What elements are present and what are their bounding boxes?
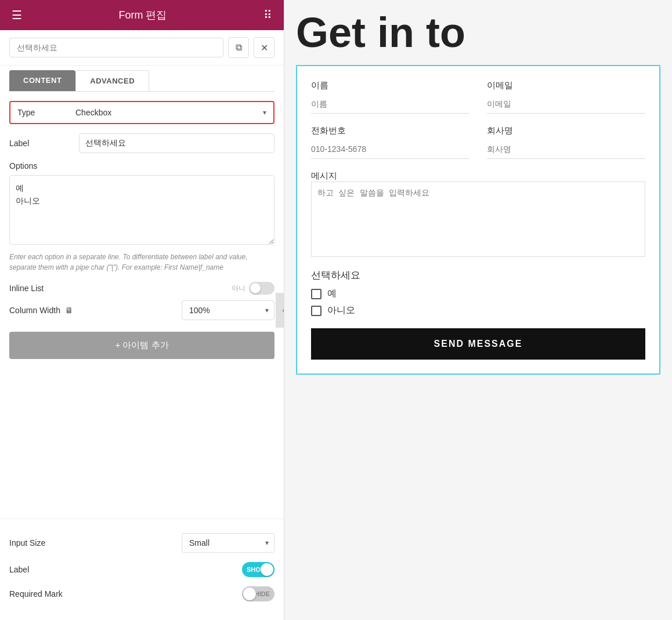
form-grid: 이름 이메일 전화번호 회사명 xyxy=(311,80,645,159)
big-heading: Get in to xyxy=(296,12,660,53)
checkbox-box-1[interactable] xyxy=(311,306,321,316)
type-row: Type Checkbox Text Select Radio ▾ xyxy=(9,101,274,124)
checkbox-section: 선택하세요 예 아니오 xyxy=(311,269,645,317)
bottom-section: Input Size Small Medium Large Label SHOW… xyxy=(0,524,284,620)
required-mark-toggle[interactable]: HIDE xyxy=(242,586,274,601)
field-input-email[interactable] xyxy=(487,95,645,114)
checkbox-label-1: 아니오 xyxy=(327,304,355,317)
input-size-select[interactable]: Small Medium Large xyxy=(182,533,274,553)
field-title-message: 메시지 xyxy=(311,171,645,182)
options-hint: Enter each option in a separate line. To… xyxy=(9,252,274,273)
input-size-label: Input Size xyxy=(9,538,182,548)
column-width-select[interactable]: 100% 50% 33% 25% xyxy=(182,300,274,320)
inline-list-label: Inline List xyxy=(9,284,232,293)
header-title: Form 편집 xyxy=(119,8,167,22)
copy-icon: ⧉ xyxy=(236,42,242,53)
field-selector-input[interactable] xyxy=(9,38,223,57)
field-input-name[interactable] xyxy=(311,95,469,114)
label-show-toggle[interactable]: SHOW xyxy=(242,562,274,577)
grid-icon[interactable]: ⠿ xyxy=(263,8,272,22)
inline-list-toggle-text: 아니 xyxy=(232,284,245,293)
field-title-name: 이름 xyxy=(311,80,469,91)
options-section: Options 예 아니오 Enter each option in a sep… xyxy=(9,161,274,273)
checkbox-section-title: 선택하세요 xyxy=(311,269,645,282)
tab-advanced[interactable]: ADVANCED xyxy=(75,70,149,91)
tabs: CONTENT ADVANCED xyxy=(9,70,274,92)
options-textarea[interactable]: 예 아니오 xyxy=(9,175,274,245)
field-title-company: 회사명 xyxy=(487,125,645,136)
input-size-row: Input Size Small Medium Large xyxy=(9,533,274,553)
monitor-icon: 🖥 xyxy=(65,306,73,315)
menu-icon[interactable]: ☰ xyxy=(12,8,22,22)
type-chevron-icon: ▾ xyxy=(263,108,266,117)
field-selector-bar: ⧉ ✕ xyxy=(0,30,284,66)
label-show-row: Label SHOW xyxy=(9,562,274,577)
field-input-message[interactable] xyxy=(311,182,645,257)
close-button[interactable]: ✕ xyxy=(254,37,274,58)
required-mark-thumb xyxy=(243,588,256,600)
right-panel: Get in to 이름 이메일 전화번호 회사명 메시지 xyxy=(284,0,672,620)
label-show-thumb xyxy=(261,563,273,576)
checkbox-label-0: 예 xyxy=(327,288,337,300)
inline-list-track[interactable] xyxy=(249,282,274,295)
required-mark-toggle-text: HIDE xyxy=(255,590,270,597)
copy-button[interactable]: ⧉ xyxy=(228,37,249,58)
tab-content[interactable]: CONTENT xyxy=(9,70,75,91)
form-field-message: 메시지 xyxy=(311,171,645,259)
column-width-label: Column Width 🖥 xyxy=(9,306,182,315)
field-input-company[interactable] xyxy=(487,140,645,159)
type-label: Type xyxy=(17,108,75,117)
inline-list-row: Inline List 아니 xyxy=(9,282,274,295)
form-field-email: 이메일 xyxy=(487,80,645,114)
inline-list-thumb xyxy=(250,283,261,293)
left-panel: ☰ Form 편집 ⠿ ⧉ ✕ CONTENT ADVANCED Type Ch… xyxy=(0,0,284,620)
options-label: Options xyxy=(9,161,274,171)
add-item-button[interactable]: + 아이템 추가 xyxy=(9,332,274,359)
close-icon: ✕ xyxy=(261,42,268,53)
send-button[interactable]: SEND MESSAGE xyxy=(311,328,645,360)
required-mark-label: Required Mark xyxy=(9,589,242,599)
form-field-name: 이름 xyxy=(311,80,469,114)
checkbox-item-0: 예 xyxy=(311,288,645,300)
column-width-select-wrapper: 100% 50% 33% 25% xyxy=(182,300,274,320)
header: ☰ Form 편집 ⠿ xyxy=(0,0,284,30)
column-width-row: Column Width 🖥 100% 50% 33% 25% xyxy=(9,300,274,320)
checkbox-item-1: 아니오 xyxy=(311,304,645,317)
form-content: Type Checkbox Text Select Radio ▾ Label … xyxy=(0,92,284,514)
form-preview: 이름 이메일 전화번호 회사명 메시지 선택하세요 xyxy=(296,65,660,375)
input-size-select-wrapper: Small Medium Large xyxy=(182,533,274,553)
form-field-company: 회사명 xyxy=(487,125,645,159)
type-select[interactable]: Checkbox Text Select Radio xyxy=(75,108,263,117)
inline-list-toggle[interactable]: 아니 xyxy=(232,282,274,295)
collapse-handle[interactable]: ‹ xyxy=(276,293,284,328)
field-title-phone: 전화번호 xyxy=(311,125,469,136)
section-divider xyxy=(0,519,284,519)
label-show-label: Label xyxy=(9,565,242,574)
field-title-email: 이메일 xyxy=(487,80,645,91)
label-row: Label xyxy=(9,133,274,153)
label-input[interactable] xyxy=(79,133,274,153)
column-width-text: Column Width xyxy=(9,306,60,315)
field-input-phone[interactable] xyxy=(311,140,469,159)
checkbox-box-0[interactable] xyxy=(311,289,321,299)
label-field-label: Label xyxy=(9,139,79,148)
form-field-phone: 전화번호 xyxy=(311,125,469,159)
required-mark-row: Required Mark HIDE xyxy=(9,586,274,601)
